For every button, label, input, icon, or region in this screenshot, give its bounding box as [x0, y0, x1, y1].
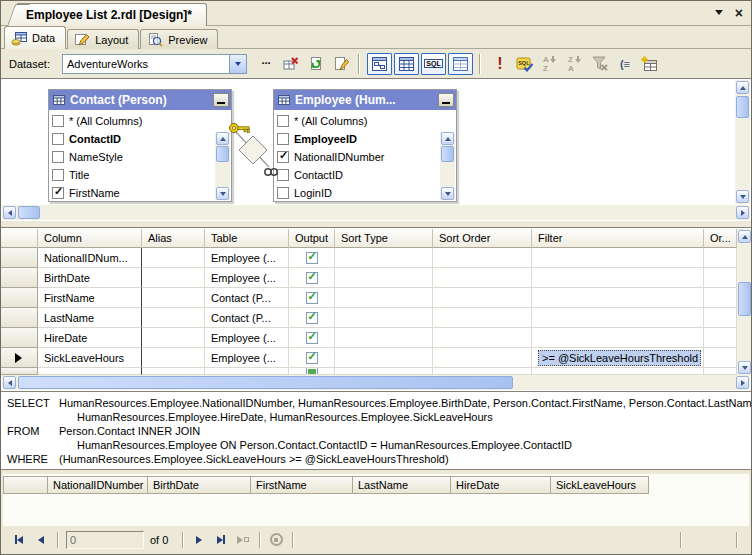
table-window-contact[interactable]: Contact (Person) * (All Columns) Contact… — [48, 89, 232, 202]
field-checkbox[interactable] — [52, 151, 64, 163]
grid-header-filter[interactable]: Filter — [532, 229, 704, 248]
edit-dataset-button[interactable] — [330, 54, 352, 74]
results-header[interactable]: NationalIDNumber — [48, 476, 148, 494]
cell-column[interactable] — [38, 368, 142, 375]
results-header[interactable]: BirthDate — [148, 476, 251, 494]
inner-join-connector[interactable] — [227, 115, 279, 185]
cell-column[interactable]: BirthDate — [38, 268, 142, 288]
scrollbar-thumb[interactable] — [18, 376, 513, 389]
cell-output[interactable] — [289, 368, 335, 375]
scrollbar-thumb[interactable] — [18, 206, 40, 219]
cell-alias[interactable] — [142, 248, 205, 268]
row-selector[interactable] — [1, 368, 38, 375]
cell-table[interactable]: Employee (... — [205, 328, 289, 348]
cell-table[interactable]: Employee (... — [205, 348, 289, 368]
row-selector[interactable] — [1, 328, 38, 348]
table-window-employee-header[interactable]: Employee (Hum... — [274, 90, 456, 110]
minimize-table-icon[interactable] — [438, 93, 454, 107]
diagram-vertical-scrollbar[interactable] — [735, 80, 750, 204]
cell-filter[interactable] — [532, 368, 704, 375]
cell-sort-order[interactable] — [433, 328, 532, 348]
cell-sort-order[interactable] — [433, 288, 532, 308]
cell-alias[interactable] — [142, 368, 205, 375]
field-row[interactable]: * (All Columns) — [274, 112, 456, 130]
cell-sort-order[interactable] — [433, 248, 532, 268]
scroll-up-icon[interactable] — [441, 132, 454, 145]
scroll-down-icon[interactable] — [216, 187, 229, 200]
cell-output[interactable] — [289, 288, 335, 308]
grid-header-table[interactable]: Table — [205, 229, 289, 248]
cell-column[interactable]: HireDate — [38, 328, 142, 348]
scroll-right-icon[interactable] — [736, 206, 749, 219]
scroll-up-icon[interactable] — [738, 230, 751, 243]
cell-output[interactable] — [289, 348, 335, 368]
cell-or[interactable] — [704, 248, 737, 268]
grid-header-column[interactable]: Column — [38, 229, 142, 248]
field-checkbox[interactable] — [52, 115, 64, 127]
filter-cell-value[interactable]: >= @SickLeaveHoursThreshold — [538, 350, 701, 366]
cell-column[interactable]: NationalIDNum... — [38, 248, 142, 268]
cell-alias[interactable] — [142, 308, 205, 328]
cell-sort-order[interactable] — [433, 368, 532, 375]
cell-sort-type[interactable] — [335, 248, 433, 268]
previous-record-button[interactable] — [31, 531, 51, 549]
output-checkbox[interactable] — [306, 368, 318, 375]
grid-header-output[interactable]: Output — [289, 229, 335, 248]
row-selector[interactable] — [1, 288, 38, 308]
cell-sort-type[interactable] — [335, 328, 433, 348]
delete-dataset-button[interactable] — [280, 54, 302, 74]
row-selector[interactable] — [1, 268, 38, 288]
row-selector[interactable] — [1, 308, 38, 328]
diagram-horizontal-scrollbar[interactable] — [2, 205, 750, 220]
dataset-dropdown-button[interactable] — [229, 55, 246, 73]
output-checkbox-checked[interactable] — [306, 312, 318, 324]
field-checkbox[interactable] — [277, 187, 289, 199]
window-list-dropdown-icon[interactable] — [715, 10, 723, 19]
cell-filter[interactable] — [532, 308, 704, 328]
cell-column[interactable]: SickLeaveHours — [38, 348, 142, 368]
cell-sort-order[interactable] — [433, 268, 532, 288]
grid-header-alias[interactable]: Alias — [142, 229, 205, 248]
tab-preview[interactable]: Preview — [140, 29, 218, 49]
cell-alias[interactable] — [142, 328, 205, 348]
cell-sort-order[interactable] — [433, 308, 532, 328]
cell-column[interactable]: LastName — [38, 308, 142, 328]
scroll-down-icon[interactable] — [736, 190, 749, 203]
show-grid-pane-button[interactable] — [394, 53, 419, 75]
grid-header-or[interactable]: Or... — [704, 229, 737, 248]
field-checkbox[interactable] — [52, 133, 64, 145]
scrollbar-thumb[interactable] — [738, 282, 751, 316]
cell-column[interactable]: FirstName — [38, 288, 142, 308]
cell-filter[interactable] — [532, 328, 704, 348]
output-checkbox-checked[interactable] — [306, 252, 318, 264]
show-sql-pane-button[interactable]: SQL — [421, 53, 446, 75]
dataset-combobox[interactable]: AdventureWorks — [62, 54, 247, 74]
scrollbar-thumb[interactable] — [441, 146, 454, 162]
scroll-down-icon[interactable] — [738, 361, 751, 374]
record-number-input[interactable] — [66, 531, 144, 549]
cell-or[interactable] — [704, 268, 737, 288]
field-row[interactable]: NationalIDNumber — [274, 148, 456, 166]
group-by-button[interactable]: (≡ — [614, 54, 636, 74]
refresh-fields-button[interactable] — [305, 54, 327, 74]
cell-alias[interactable] — [142, 348, 205, 368]
tab-data[interactable]: Data — [4, 26, 66, 49]
field-row[interactable]: ContactID — [274, 166, 456, 184]
output-checkbox-checked[interactable] — [306, 292, 318, 304]
field-row[interactable]: EmployeeID — [274, 130, 456, 148]
scroll-left-icon[interactable] — [3, 206, 16, 219]
show-results-pane-button[interactable] — [448, 53, 473, 75]
row-selector-current[interactable] — [1, 348, 38, 368]
cell-table[interactable]: Contact (P... — [205, 288, 289, 308]
cell-output[interactable] — [289, 308, 335, 328]
cell-or[interactable] — [704, 288, 737, 308]
tab-layout[interactable]: Layout — [67, 29, 139, 49]
row-selector[interactable] — [1, 248, 38, 268]
cell-table[interactable] — [205, 368, 289, 375]
field-list-scrollbar[interactable] — [440, 132, 455, 200]
grid-horizontal-scrollbar[interactable] — [2, 375, 750, 390]
dataset-ellipsis-button[interactable]: ... — [255, 55, 277, 73]
results-header[interactable]: HireDate — [451, 476, 551, 494]
cell-or[interactable] — [704, 308, 737, 328]
grid-header-sort-order[interactable]: Sort Order — [433, 229, 532, 248]
